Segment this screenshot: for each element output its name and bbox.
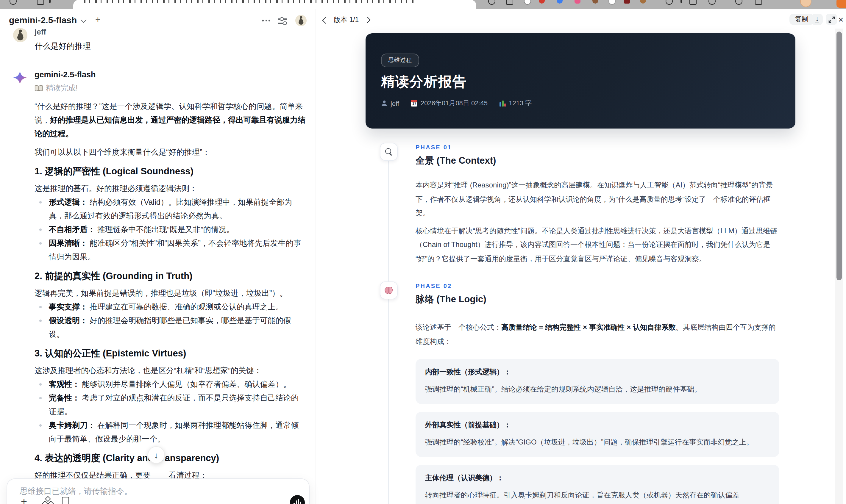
extension-icon[interactable] xyxy=(575,0,580,4)
voice-input-button[interactable] xyxy=(290,495,305,504)
expand-button[interactable] xyxy=(826,14,837,25)
date-text: 2026年01月08日 02:45 xyxy=(421,99,488,108)
card-body: 强调推理的“经验校准”。解决“GIGO（垃圾进，垃圾出）”问题，确保推理引擎运行… xyxy=(425,436,770,449)
toolbar-grid-icon[interactable] xyxy=(755,0,762,5)
phase-paragraph: 本内容是对“推理 (Reasoning)”这一抽象概念的高层建模。在知识爆炸与人… xyxy=(416,179,779,220)
extension-icon[interactable] xyxy=(609,0,616,5)
list-item: 不自相矛盾： 推理链条中不能出现“既是又非”的情况。 xyxy=(35,222,306,236)
card-title: 外部真实性（前提基础）： xyxy=(425,419,770,430)
paragraph: “什么是好的推理？”这是一个涉及逻辑学、认知科学和哲学核心的问题。简单来说，好的… xyxy=(35,100,306,140)
section-heading: 2. 前提的真实性 (Grounding in Truth) xyxy=(35,271,306,281)
bar-chart-icon xyxy=(499,100,506,107)
person-icon xyxy=(381,100,388,107)
toolbar-pen-icon[interactable] xyxy=(666,0,673,5)
version-label: 版本 1/1 xyxy=(334,16,359,24)
dimension-cards: 内部一致性（形式逻辑）： 强调推理的“机械正确”。结论必须在给定的规则系统内逻辑… xyxy=(416,359,779,504)
formula-bold: 高质量结论 = 结构完整性 × 事实准确性 × 认知自律系数 xyxy=(501,323,676,331)
list-item: 完备性： 考虑了对立的观点和潜在的反证，而不是只选择支持自己结论的证据。 xyxy=(35,391,306,418)
conversation-title-label: gemini-2.5-flash xyxy=(9,15,77,25)
scrollbar-thumb[interactable] xyxy=(836,32,842,280)
previous-version-icon[interactable] xyxy=(322,17,329,23)
scrollbar-track[interactable] xyxy=(835,29,843,504)
sparkle-tools-icon[interactable] xyxy=(43,497,52,504)
paragraph: 逻辑再完美，如果前提是错误的，推理也是垃圾（即“垃圾进，垃圾出”）。 xyxy=(35,286,306,300)
download-button[interactable]: ↓ xyxy=(811,14,823,25)
extension-icon[interactable] xyxy=(624,0,630,4)
avatar-sketch xyxy=(13,28,28,42)
bullet-term: 完备性： xyxy=(49,393,80,402)
extension-icon[interactable] xyxy=(488,0,495,5)
phase-2-section: PHASE 02 脉络 (The Logic) 该论述基于一个核心公式：高质量结… xyxy=(366,282,795,504)
phase-title: 全景 (The Context) xyxy=(416,155,795,167)
conversation-title[interactable]: gemini-2.5-flash xyxy=(9,15,86,25)
dimension-card: 主体伦理（认识美德）： 转向推理者的心理特征。引入奥卡姆剃刀和反向论证，旨在克服… xyxy=(416,465,779,504)
bullet-term: 奥卡姆剃刀： xyxy=(49,421,95,430)
section-heading: 4. 表达的透明度 (Clarity and Transparency) xyxy=(35,453,306,463)
bullet-text: 推理建立在可靠的数据、准确的观测或公认的真理之上。 xyxy=(90,302,283,311)
message-composer[interactable]: 思维接口已就绪，请传输指令。 + xyxy=(6,479,310,504)
next-version-icon[interactable] xyxy=(364,17,370,23)
more-options-icon[interactable] xyxy=(262,20,270,21)
extension-icon[interactable] xyxy=(506,0,513,5)
assistant-status-text: 精读完成! xyxy=(46,84,78,93)
avatar-sketch xyxy=(295,15,306,26)
calendar-icon: 17 xyxy=(411,100,418,107)
magnifier-icon xyxy=(380,143,398,161)
extension-icon[interactable] xyxy=(640,0,646,4)
phase-paragraph: 核心情境在于解决“思考的随意性”问题。不论是人类通过批判性思维进行决策，还是大语… xyxy=(416,224,779,266)
extension-icon[interactable] xyxy=(524,0,531,5)
composer-input[interactable]: 思维接口已就绪，请传输指令。 xyxy=(20,486,132,497)
extension-icon[interactable] xyxy=(557,0,563,4)
copy-button[interactable]: 复制 xyxy=(790,14,814,25)
formula-prefix: 该论述基于一个核心公式： xyxy=(416,323,501,331)
browser-edge-icon[interactable] xyxy=(836,0,846,8)
attach-plus-button[interactable]: + xyxy=(21,496,27,504)
browser-apps-icon[interactable] xyxy=(37,0,44,5)
bullet-list: 客观性： 能够识别并尽量排除个人偏见（如幸存者偏差、确认偏差）。 完备性： 考虑… xyxy=(35,377,306,446)
toolbar-tool-icon[interactable] xyxy=(689,0,697,5)
scroll-to-bottom-button[interactable]: ↓ xyxy=(148,446,165,464)
toolbar-phone-icon[interactable] xyxy=(708,0,716,5)
intro-bold: 好的推理是从已知信息出发，通过严密的逻辑路径，得出可靠且有说服力结论的过程。 xyxy=(35,115,305,138)
bullet-term: 形式逻辑： xyxy=(49,198,88,206)
card-body: 转向推理者的心理特征。引入奥卡姆剃刀和反向论证，旨在克服人类（或机器）天然存在的… xyxy=(425,488,770,504)
browser-reload-icon[interactable] xyxy=(10,0,17,5)
card-body: 强调推理的“机械正确”。结论必须在给定的规则系统内逻辑自洽，这是推理的硬件基础。 xyxy=(425,383,770,396)
composer-divider xyxy=(36,498,36,504)
expand-icon xyxy=(828,16,835,23)
download-icon: ↓ xyxy=(815,16,819,23)
assistant-message-body: “什么是好的推理？”这是一个涉及逻辑学、认知科学和哲学核心的问题。简单来说，好的… xyxy=(35,100,306,496)
bookmark-icon[interactable] xyxy=(62,497,69,504)
author-meta: jeff xyxy=(381,100,399,107)
list-item: 形式逻辑： 结构必须有效（Valid）。比如演绎推理中，如果前提全部为真，那么通… xyxy=(35,195,306,222)
extension-icon[interactable] xyxy=(593,0,598,4)
list-item: 客观性： 能够识别并尽量排除个人偏见（如幸存者偏差、确认偏差）。 xyxy=(35,377,306,391)
bullet-text: 能够识别并尽量排除个人偏见（如幸存者偏差、确认偏差）。 xyxy=(82,380,291,389)
paragraph: 这涉及推理者的心态和方法论，也是区分“杠精”和“思想家”的关键： xyxy=(35,364,306,377)
screen: gemini-2.5-flash + jeff 什么是好的推理 xyxy=(0,0,846,504)
browser-menu-icon[interactable] xyxy=(49,0,51,3)
settings-sliders-icon[interactable] xyxy=(278,17,287,24)
extension-icon[interactable] xyxy=(539,0,545,4)
word-count-meta: 1213 字 xyxy=(499,99,532,108)
assistant-name: gemini-2.5-flash xyxy=(35,70,306,80)
chat-thread: jeff 什么是好的推理 gemini-2.5-flash 精读完成! xyxy=(13,28,306,496)
toolbar-divider xyxy=(681,0,682,3)
chevron-down-icon xyxy=(81,17,87,23)
date-meta: 17 2026年01月08日 02:45 xyxy=(411,99,488,108)
bullet-term: 假设透明： xyxy=(49,316,88,325)
bullet-term: 因果清晰： xyxy=(49,239,88,248)
phase-1-section: PHASE 01 全景 (The Context) 本内容是对“推理 (Reas… xyxy=(366,143,795,266)
author-name: jeff xyxy=(391,100,399,107)
panel-divider xyxy=(316,9,316,504)
browser-profile-avatar[interactable] xyxy=(800,0,811,7)
phase-label: PHASE 01 xyxy=(416,143,795,151)
user-name: jeff xyxy=(35,28,306,37)
phase-title: 脉络 (The Logic) xyxy=(416,293,795,305)
close-panel-button[interactable]: × xyxy=(838,14,844,24)
browser-tab[interactable] xyxy=(73,0,476,9)
report-title: 精读分析报告 xyxy=(381,73,467,91)
new-chat-button[interactable]: + xyxy=(95,14,101,24)
toolbar-circle-icon[interactable] xyxy=(735,0,742,5)
user-avatar[interactable] xyxy=(295,15,306,26)
